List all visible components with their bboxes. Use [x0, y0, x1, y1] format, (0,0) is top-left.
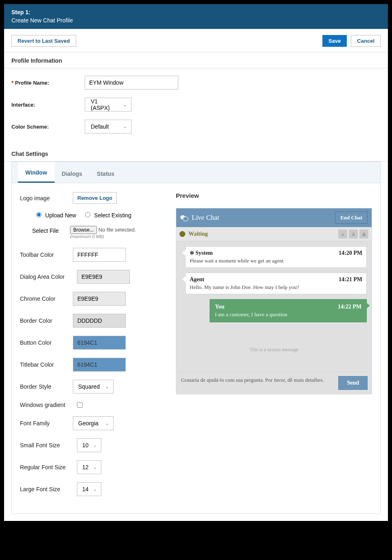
page-title: Create New Chat Profile — [11, 17, 73, 24]
border-style-label: Border Style — [20, 383, 67, 390]
gear-icon: ✲ — [190, 250, 194, 256]
tabstrip: Window Dialogs Status — [11, 162, 381, 183]
toolbar: Revert to Last Saved Save Cancel — [4, 29, 388, 52]
dialog-area-color-input[interactable]: E9E9E9 — [77, 270, 130, 284]
font-size-large-button[interactable]: a — [359, 230, 368, 238]
toolbar-color-input[interactable]: FFFFFF — [73, 248, 126, 262]
large-font-size-select[interactable]: 14 ⌄ — [77, 482, 101, 496]
interface-label: Interface: — [11, 102, 85, 108]
chrome-color-input[interactable]: E9E9E9 — [73, 292, 126, 306]
chat-message-customer: You 14:22 PM I am a customer, I have a q… — [210, 299, 367, 322]
interface-select[interactable]: V1 (ASPX) ⌄ — [85, 98, 131, 112]
select-file-label: Select File — [32, 226, 63, 234]
titlebar-color-input[interactable]: 6194C1 — [73, 358, 126, 372]
button-color-label: Button Color — [20, 339, 67, 346]
tab-dialogs[interactable]: Dialogs — [55, 163, 90, 183]
regular-font-size-label: Regular Font Size — [20, 464, 71, 470]
revert-button[interactable]: Revert to Last Saved — [11, 35, 76, 47]
system-message-text: This is a system message — [181, 347, 367, 353]
cancel-button[interactable]: Cancel — [351, 35, 381, 47]
profile-name-input[interactable] — [85, 76, 178, 90]
profile-name-label: *Profile Name: — [11, 80, 85, 86]
page-header: Step 1: Create New Chat Profile — [4, 4, 388, 29]
windows-gradient-checkbox[interactable] — [77, 402, 83, 408]
toolbar-color-label: Toolbar Color — [20, 252, 67, 258]
file-size-hint: (maximum 0 MB) — [70, 234, 136, 239]
small-font-size-select[interactable]: 10 ⌄ — [77, 438, 101, 452]
chat-input[interactable]: Gostaria de ajudá-lo com sua pergunta. P… — [180, 376, 333, 390]
remove-logo-button[interactable]: Remove Logo — [73, 192, 117, 204]
chrome-color-label: Chrome Color — [20, 295, 67, 302]
select-existing-radio[interactable]: Select Existing — [85, 212, 131, 219]
chevron-down-icon: ⌄ — [93, 442, 97, 448]
border-color-input[interactable]: DDDDDD — [73, 314, 126, 328]
chevron-down-icon: ⌄ — [123, 102, 127, 107]
chevron-down-icon: ⌄ — [123, 124, 127, 129]
border-color-label: Border Color — [20, 317, 67, 324]
chat-settings-heading: Chat Settings — [4, 146, 388, 162]
tab-window[interactable]: Window — [18, 162, 55, 183]
no-file-text: No file selected. — [99, 227, 136, 233]
small-font-size-label: Small Font Size — [20, 442, 71, 448]
dialog-area-color-label: Dialog Area Color — [20, 273, 71, 280]
chat-message-agent: Agent 14:21 PM Hello. My name is John Do… — [185, 273, 367, 294]
upload-new-radio[interactable]: Upload New — [36, 212, 76, 219]
font-family-label: Font Family — [20, 420, 67, 427]
border-style-select[interactable]: Squared ⌄ — [73, 380, 114, 394]
chevron-down-icon: ⌄ — [105, 384, 109, 389]
logo-image-label: Logo image — [20, 195, 67, 201]
color-scheme-select[interactable]: Default ⌄ — [85, 120, 131, 133]
save-button[interactable]: Save — [322, 35, 347, 47]
chat-message-system: ✲System 14:20 PM Please wait a moment wh… — [185, 246, 367, 268]
chat-icon — [180, 214, 188, 221]
button-color-input[interactable]: 6194C1 — [73, 336, 126, 350]
color-scheme-label: Color Scheme: — [11, 124, 85, 130]
titlebar-color-label: Titlebar Color — [20, 361, 67, 368]
chat-preview: Live Chat End Chat Waiting a a a — [176, 208, 372, 394]
preview-heading: Preview — [176, 192, 372, 199]
status-dot-icon — [180, 231, 185, 237]
windows-gradient-label: Windows gradient — [20, 402, 71, 408]
end-chat-button[interactable]: End Chat — [335, 212, 368, 224]
chevron-down-icon: ⌄ — [93, 486, 97, 492]
chat-title: Live Chat — [192, 214, 331, 222]
chevron-down-icon: ⌄ — [93, 464, 97, 470]
font-size-medium-button[interactable]: a — [349, 230, 358, 238]
large-font-size-label: Large Font Size — [20, 486, 71, 492]
regular-font-size-select[interactable]: 12 ⌄ — [77, 460, 101, 474]
profile-information-heading: Profile Information — [4, 52, 388, 68]
status-text: Waiting — [188, 231, 335, 237]
font-size-small-button[interactable]: a — [338, 230, 347, 238]
chevron-down-icon: ⌄ — [105, 420, 109, 426]
tab-status[interactable]: Status — [90, 163, 122, 183]
send-button[interactable]: Send — [338, 376, 368, 390]
font-family-select[interactable]: Georgia ⌄ — [73, 416, 114, 430]
step-label: Step 1: — [11, 9, 381, 15]
browse-button[interactable] — [70, 226, 97, 234]
